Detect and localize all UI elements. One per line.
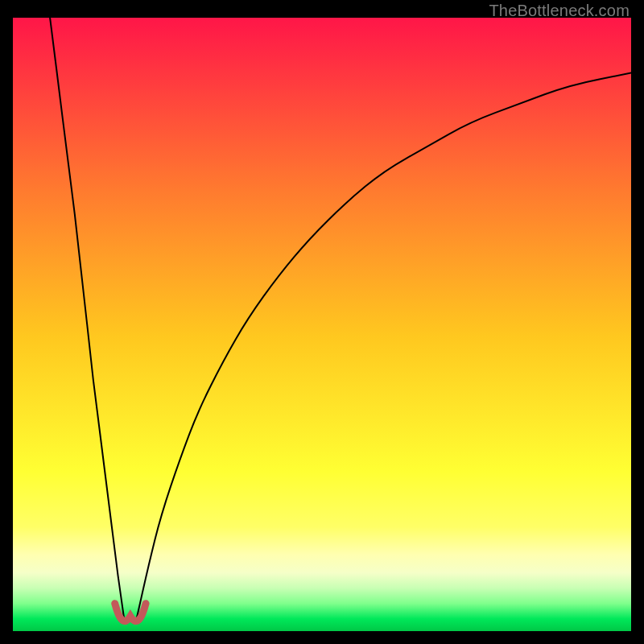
gradient-background (13, 18, 631, 631)
chart-svg (13, 18, 631, 631)
chart-plot-area (13, 18, 631, 631)
watermark-text: TheBottleneck.com (489, 2, 630, 20)
chart-frame: TheBottleneck.com (0, 0, 644, 644)
